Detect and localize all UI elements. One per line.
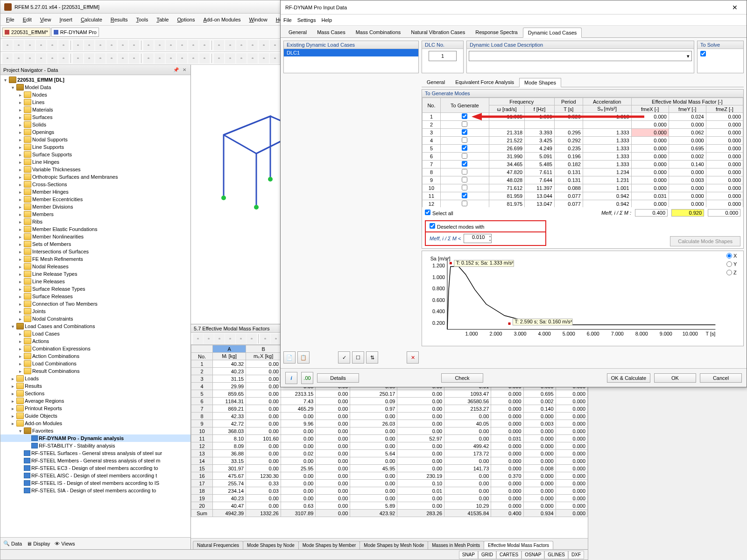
dlg-sub-tabs[interactable]: GeneralEquivalent Force AnalysisMode Sha… [422, 76, 744, 87]
tree-item[interactable]: RF-STEEL Surfaces - General stress analy… [0, 449, 190, 457]
tb-btn[interactable]: ▫ [155, 53, 165, 63]
tree-item[interactable]: RF-STEEL SIA - Design of steel members a… [0, 487, 190, 494]
tb-btn[interactable]: ▫ [260, 334, 270, 344]
copy-dlc-icon[interactable]: 📋 [297, 351, 310, 364]
tb-btn[interactable]: ▫ [2, 53, 13, 63]
table-bottom-tabs[interactable]: Natural FrequenciesMode Shapes by NodeMo… [191, 538, 588, 549]
menu-results[interactable]: Results [107, 15, 132, 24]
status-grid[interactable]: GRID [478, 551, 496, 559]
dlg-tab[interactable]: Natural Vibration Cases [406, 27, 470, 37]
tree-item[interactable]: ▸Materials [0, 106, 190, 113]
dlg-tab[interactable]: Response Spectra [470, 27, 523, 37]
dlg-menu[interactable]: FileSettingsHelp [281, 14, 747, 26]
menu-table[interactable]: Table [153, 15, 172, 24]
tb-btn[interactable]: ▫ [95, 40, 106, 50]
tb-btn[interactable]: ▫ [143, 53, 154, 63]
tree-item[interactable]: ▸Printout Reports [0, 405, 190, 412]
tree-item[interactable]: RF-STEEL AISC - Design of steel members … [0, 472, 190, 479]
menu-options[interactable]: Options [173, 15, 198, 24]
tb-btn[interactable]: ▫ [166, 53, 176, 63]
tree-item[interactable]: ▸Surface Release Types [0, 285, 190, 293]
dlg-tab[interactable]: General [283, 27, 312, 37]
tb-btn[interactable]: ▫ [177, 40, 187, 50]
tree-item[interactable]: ▸Nodal Supports [0, 136, 190, 143]
tb-btn[interactable]: ▫ [73, 53, 83, 63]
tree-item[interactable]: ▸Surface Releases [0, 293, 190, 300]
tb-btn[interactable]: ▫ [84, 53, 94, 63]
tree-item[interactable]: ▸Combination Expressions [0, 345, 190, 352]
deselect-checkbox[interactable]: Deselect modes with [430, 223, 485, 230]
menu-edit[interactable]: Edit [19, 15, 35, 24]
close-icon[interactable]: ✕ [728, 3, 742, 12]
select-all-checkbox[interactable]: Select all [425, 210, 453, 216]
tree-item[interactable]: ▸Guide Objects [0, 412, 190, 420]
status-glines[interactable]: GLINES [544, 551, 568, 559]
tb-btn[interactable]: ▫ [199, 40, 210, 50]
tree-item[interactable]: ▸Line Hinges [0, 158, 190, 166]
menu-file[interactable]: File [2, 15, 18, 24]
tb-btn[interactable]: ▫ [247, 334, 257, 344]
tree-item[interactable]: ▸Sets of Members [0, 240, 190, 248]
tb-btn[interactable]: ▫ [25, 53, 35, 63]
tb-btn[interactable]: ▫ [236, 334, 246, 344]
tree-item[interactable]: ▸Surfaces [0, 113, 190, 121]
dlg-tab[interactable]: Dynamic Load Cases [523, 28, 582, 38]
tb-btn[interactable]: ▫ [188, 40, 198, 50]
tree-item[interactable]: ▸Members [0, 210, 190, 218]
tree-item[interactable]: RF-STEEL Members - General stress analys… [0, 457, 190, 464]
menu-insert[interactable]: Insert [56, 15, 76, 24]
gen-checkbox[interactable] [462, 121, 467, 127]
tb-btn[interactable]: ▫ [106, 40, 117, 50]
details-button[interactable]: Details [317, 373, 359, 383]
tb-btn[interactable]: ▫ [118, 53, 128, 63]
toggle-icon[interactable]: ⇅ [366, 351, 378, 364]
tree-item[interactable]: ▸Member Eccentricities [0, 196, 190, 203]
tb-btn[interactable]: ▫ [188, 53, 198, 63]
units-icon[interactable]: .00 [301, 372, 313, 384]
tb-btn[interactable]: ▫ [177, 53, 187, 63]
tree-item[interactable]: ▸Solids [0, 121, 190, 128]
gen-checkbox[interactable] [462, 201, 467, 206]
nav-footer-views[interactable]: 👁Views [55, 541, 75, 546]
ok-button[interactable]: OK [654, 373, 696, 383]
menu-calculate[interactable]: Calculate [77, 15, 106, 24]
tree-item[interactable]: ▸Nodes [0, 91, 190, 98]
gen-checkbox[interactable] [462, 193, 467, 198]
tb-btn[interactable]: ▫ [259, 40, 269, 50]
tree-item[interactable]: ▸Nodal Constraints [0, 315, 190, 322]
tree-item[interactable]: ▸Cross-Sections [0, 181, 190, 188]
tb-btn[interactable]: ▫ [214, 40, 224, 50]
tree-item[interactable]: ▸Results [0, 382, 190, 390]
gen-checkbox[interactable] [462, 169, 467, 175]
radio-x[interactable]: X [726, 253, 741, 259]
tb-btn[interactable]: ▫ [2, 40, 13, 50]
gen-checkbox[interactable] [462, 145, 467, 151]
tree-item[interactable]: RF-DYNAM Pro - Dynamic analysis [0, 434, 190, 442]
tree-item[interactable]: ▸Member Hinges [0, 188, 190, 196]
nav-pin-icon[interactable]: 📌 [173, 67, 179, 73]
tree-item[interactable]: ▸Ribs [0, 218, 190, 225]
calc-mode-shapes-button[interactable]: Calculate Mode Shapes [670, 236, 740, 246]
nav-close-icon[interactable]: ✕ [181, 67, 188, 73]
doc-tab-1[interactable]: 220531_EffMM* [2, 28, 50, 37]
nav-footer-display[interactable]: 🖥Display [27, 541, 50, 546]
tb-btn[interactable]: ▫ [118, 40, 128, 50]
tb-btn[interactable]: ▫ [236, 53, 247, 63]
tb-btn[interactable]: ▫ [247, 40, 258, 50]
tree-item[interactable]: ▸Openings [0, 128, 190, 136]
gen-checkbox[interactable] [462, 161, 467, 167]
tb-btn[interactable]: ▫ [14, 53, 24, 63]
tree-item[interactable]: ▸Actions [0, 337, 190, 345]
tb-btn[interactable]: ▫ [73, 40, 83, 50]
tree-item[interactable]: ▸Member Nonlinearities [0, 233, 190, 240]
tree-item[interactable]: ▸Orthotropic Surfaces and Membranes [0, 173, 190, 181]
tb-btn[interactable]: ▫ [204, 334, 214, 344]
tree-item[interactable]: ▸Nodal Releases [0, 263, 190, 270]
tree-item[interactable]: ▸Line Release Types [0, 270, 190, 278]
tree-item[interactable]: ▸Action Combinations [0, 352, 190, 360]
tb-btn[interactable]: ▫ [214, 53, 224, 63]
tb-btn[interactable]: ▫ [225, 53, 235, 63]
tree-item[interactable]: ▸Load Combinations [0, 360, 190, 367]
tb-btn[interactable]: ▫ [129, 40, 139, 50]
status-dxf[interactable]: DXF [568, 551, 584, 559]
